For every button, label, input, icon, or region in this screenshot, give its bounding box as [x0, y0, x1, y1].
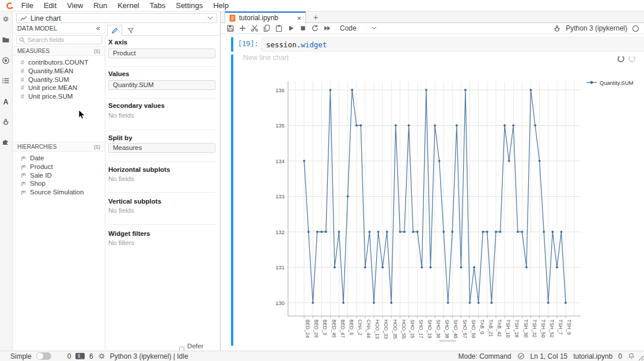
data-point-marker[interactable]: [451, 231, 453, 233]
data-point-marker[interactable]: [416, 231, 419, 233]
data-point-marker[interactable]: [351, 89, 353, 91]
cursor-position[interactable]: Ln 1, Col 15: [531, 352, 568, 360]
hierarchy-item[interactable]: Source Simulation: [13, 188, 105, 197]
menu-edit[interactable]: Edit: [39, 1, 62, 10]
refresh-secondary-icon[interactable]: [628, 55, 636, 63]
data-point-marker[interactable]: [421, 266, 423, 269]
hierarchy-item[interactable]: Date: [13, 154, 105, 163]
data-point-marker[interactable]: [408, 125, 410, 127]
data-point-marker[interactable]: [456, 125, 458, 127]
active-cell-input-collapser[interactable]: [231, 37, 233, 52]
data-point-marker[interactable]: [403, 231, 406, 233]
data-point-marker[interactable]: [308, 231, 310, 233]
run-icon[interactable]: [287, 24, 295, 32]
data-point-marker[interactable]: [381, 266, 384, 269]
data-point-marker[interactable]: [547, 302, 550, 304]
data-point-marker[interactable]: [355, 125, 358, 127]
widget-type-select[interactable]: Line chart: [16, 13, 217, 23]
menu-view[interactable]: View: [62, 1, 88, 10]
tab-edit-widget[interactable]: [107, 25, 122, 36]
bell-icon[interactable]: [628, 352, 635, 360]
save-icon[interactable]: [226, 24, 234, 32]
data-point-marker[interactable]: [369, 231, 371, 233]
data-point-marker[interactable]: [359, 125, 362, 127]
hierarchy-item[interactable]: Sale ID: [13, 171, 105, 179]
run-all-icon[interactable]: [323, 24, 331, 32]
simple-mode-toggle[interactable]: [36, 352, 51, 360]
data-point-marker[interactable]: [530, 89, 532, 91]
data-point-marker[interactable]: [464, 89, 467, 91]
data-point-marker[interactable]: [395, 125, 397, 127]
data-point-marker[interactable]: [525, 266, 528, 269]
tab-tutorial-ipynb[interactable]: tutorial.ipynb ×: [225, 12, 306, 23]
data-point-marker[interactable]: [312, 302, 314, 304]
command-mode-indicator[interactable]: Mode: Command: [459, 352, 512, 360]
debugger-icon[interactable]: [553, 24, 561, 32]
new-tab-button[interactable]: +: [310, 13, 321, 22]
running-kernels-icon[interactable]: [2, 57, 11, 66]
data-point-marker[interactable]: [565, 302, 567, 304]
terminals-count[interactable]: 0: [67, 352, 71, 360]
measure-item[interactable]: #Unit price.MEAN: [13, 84, 105, 92]
hierarchies-header[interactable]: HIERARCHIES (5): [13, 142, 105, 152]
menu-help[interactable]: Help: [208, 1, 234, 10]
cell-type-select[interactable]: Code: [340, 24, 377, 32]
menu-kernel[interactable]: Kernel: [112, 1, 145, 10]
data-point-marker[interactable]: [390, 302, 392, 304]
measure-item[interactable]: #Quantity.SUM: [13, 75, 105, 84]
search-fields-input[interactable]: Search fields: [16, 35, 102, 44]
measure-item[interactable]: #Quantity.MEAN: [13, 67, 105, 76]
data-point-marker[interactable]: [460, 266, 463, 269]
kernels-count[interactable]: 6: [89, 352, 93, 360]
extensions-icon[interactable]: [2, 138, 11, 147]
kernel-name-button[interactable]: Python 3 (ipykernel): [566, 24, 627, 32]
data-point-marker[interactable]: [490, 302, 493, 304]
data-point-marker[interactable]: [482, 231, 484, 233]
active-cell-output-collapser[interactable]: [231, 54, 233, 346]
data-point-marker[interactable]: [364, 266, 366, 269]
config-field-chip[interactable]: Measures: [108, 143, 215, 153]
table-of-contents-icon[interactable]: [2, 77, 11, 86]
file-browser-icon[interactable]: [2, 36, 11, 45]
data-point-marker[interactable]: [338, 231, 340, 233]
data-point-marker[interactable]: [486, 231, 488, 233]
line-chart[interactable]: 130131132133134135136BED_24BED_26BED_3BE…: [262, 72, 642, 348]
data-point-marker[interactable]: [303, 160, 305, 162]
stop-icon[interactable]: [299, 24, 307, 32]
data-point-marker[interactable]: [508, 160, 510, 162]
kernel-status-icon[interactable]: [632, 25, 639, 32]
data-point-marker[interactable]: [560, 231, 563, 233]
window-resize-handle[interactable]: [636, 353, 644, 361]
measure-item[interactable]: #Unit price.SUM: [13, 92, 105, 101]
data-point-marker[interactable]: [438, 160, 441, 162]
data-point-marker[interactable]: [399, 231, 401, 233]
chart-hscrollbar[interactable]: [439, 340, 456, 342]
data-point-marker[interactable]: [316, 231, 319, 233]
data-point-marker[interactable]: [442, 231, 445, 233]
data-point-marker[interactable]: [373, 302, 375, 304]
data-point-marker[interactable]: [521, 231, 523, 233]
data-point-marker[interactable]: [377, 231, 380, 233]
data-model-icon[interactable]: [2, 15, 11, 24]
data-point-marker[interactable]: [543, 231, 545, 233]
data-point-marker[interactable]: [347, 195, 349, 198]
measures-header[interactable]: MEASURES (5): [13, 46, 105, 56]
data-point-marker[interactable]: [412, 231, 414, 233]
close-tab-icon[interactable]: ×: [297, 14, 301, 22]
restart-kernel-icon[interactable]: [311, 24, 319, 32]
menu-settings[interactable]: Settings: [171, 1, 208, 10]
copy-icon[interactable]: [263, 24, 271, 32]
config-field-chip[interactable]: Quantity.SUM: [108, 80, 215, 90]
menu-tabs[interactable]: Tabs: [145, 1, 171, 10]
atoti-icon[interactable]: A: [2, 97, 11, 107]
debugger-icon[interactable]: [2, 118, 11, 127]
code-cell-input[interactable]: session.widget: [261, 37, 644, 52]
refresh-icon[interactable]: [617, 55, 625, 63]
add-cell-icon[interactable]: [238, 24, 247, 32]
data-point-marker[interactable]: [556, 266, 558, 269]
paste-icon[interactable]: [275, 24, 283, 32]
data-point-marker[interactable]: [503, 125, 506, 127]
legend-label[interactable]: Quantity.SUM: [600, 80, 634, 86]
cut-icon[interactable]: [251, 24, 259, 32]
data-point-marker[interactable]: [430, 266, 432, 269]
